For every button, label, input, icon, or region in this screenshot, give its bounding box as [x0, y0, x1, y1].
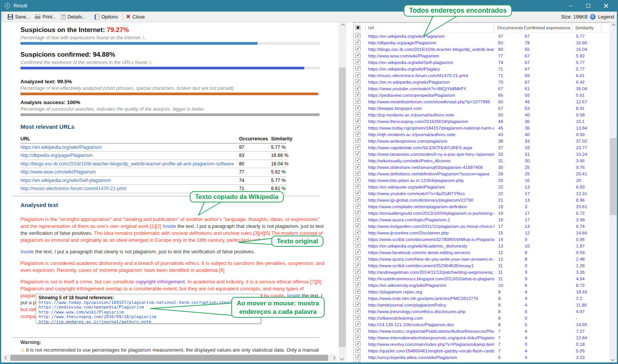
row-checkbox[interactable] — [355, 164, 360, 169]
column-header[interactable]: Similarity — [572, 23, 601, 32]
row-checkbox[interactable] — [355, 184, 360, 189]
row-url-link[interactable]: http://andrewgelman.com/2014/11/12/patch… — [366, 270, 494, 275]
row-checkbox[interactable] — [355, 341, 360, 346]
row-checkbox[interactable] — [355, 256, 360, 261]
row-url-link[interactable]: http://www.internationalscholarsjournals… — [366, 335, 494, 340]
row-url-link[interactable]: http://www.modeltrainforum.com/showthrea… — [366, 99, 494, 104]
row-url-link[interactable]: http://www.capebiolab.com/SILENTFEATURES… — [366, 145, 494, 150]
options-button[interactable]: Options — [93, 13, 121, 21]
row-checkbox[interactable] — [355, 354, 360, 359]
result-url-link[interactable]: https://en.wikipedia.org/wiki/Self-plagi… — [20, 178, 111, 183]
scroll-down-button[interactable] — [610, 356, 617, 362]
row-checkbox[interactable] — [355, 112, 360, 117]
row-checkbox[interactable] — [355, 79, 360, 84]
row-url-link[interactable]: https://quizlet.com/184866461/english-ga… — [366, 348, 494, 353]
legend-button[interactable]: Legend — [598, 14, 614, 20]
row-url-link[interactable]: http://eijh.modares.ac.ir/journal/author… — [366, 132, 494, 137]
row-url-link[interactable]: https://www.quora.com/How-do-you-write-y… — [366, 256, 494, 261]
row-url-link[interactable]: https://pediaview.com/openpedia/Plagiari… — [366, 93, 494, 98]
row-url-link[interactable]: http://www.jneurology.com/ethics-disclos… — [366, 309, 494, 314]
result-url-link[interactable]: http://music-electronics-forum.com/t4147… — [20, 186, 126, 191]
row-checkbox[interactable] — [355, 158, 360, 163]
column-header[interactable]: Confirmed expressions — [521, 23, 572, 32]
row-checkbox[interactable] — [355, 177, 360, 182]
row-checkbox[interactable] — [355, 92, 360, 97]
row-checkbox[interactable] — [355, 295, 360, 300]
row-checkbox[interactable] — [355, 204, 360, 209]
row-checkbox[interactable] — [355, 223, 360, 228]
report-horizontal-scrollbar[interactable] — [3, 354, 337, 361]
row-url-link[interactable]: https://en.wikipedia.org/wiki/Academic_d… — [366, 243, 494, 248]
row-checkbox[interactable] — [355, 118, 360, 123]
row-url-link[interactable]: http://amdrjournal.com/plagiarismPolicy — [366, 302, 494, 307]
row-url-link[interactable]: http://wikivisually.com/wiki/Pietro_Alci… — [366, 158, 494, 163]
result-url-link[interactable]: http://blogs.osc-ib.com/2016/10/ib-teach… — [20, 161, 234, 167]
row-checkbox[interactable] — [355, 66, 360, 71]
row-url-link[interactable]: https://en.wikiversity.org/wiki/Plagiari… — [366, 283, 494, 288]
row-url-link[interactable]: https://en.wikipedia.org/wiki/Plagiarism — [366, 34, 494, 39]
row-checkbox[interactable] — [355, 197, 360, 202]
row-url-link[interactable]: http://www.lostgarden.com/2011/11/plagia… — [366, 224, 494, 229]
row-url-link[interactable]: https://en.wikipedia.org/wiki/Plagiary — [366, 66, 494, 71]
row-url-link[interactable]: http://www.tananews.com/asides/il-ny-a-p… — [366, 152, 494, 157]
row-checkbox[interactable] — [355, 328, 360, 333]
scroll-down-button[interactable] — [338, 355, 346, 362]
row-url-link[interactable]: https://www.insticc.org/portal/Publicati… — [366, 329, 494, 334]
row-url-link[interactable]: http://music-electronics-forum.com/t4147… — [366, 73, 494, 78]
row-url-link[interactable]: https://toniaallengould.com/2013/10/04/p… — [366, 211, 494, 216]
column-header[interactable]: Occurrences — [494, 23, 521, 32]
row-checkbox[interactable] — [355, 151, 360, 156]
row-checkbox[interactable] — [355, 249, 360, 254]
row-url-link[interactable]: http://silkwoodcleaning.com — [366, 315, 494, 320]
row-url-link[interactable]: https://www.youtube.com/watch?v=BIQjYk8M… — [366, 86, 494, 91]
row-checkbox[interactable] — [355, 125, 360, 130]
row-checkbox[interactable] — [355, 72, 360, 78]
column-header[interactable]: URL — [20, 136, 239, 142]
row-checkbox[interactable] — [355, 289, 360, 294]
report-vertical-scrollbar[interactable] — [338, 22, 346, 362]
row-checkbox[interactable] — [355, 282, 360, 287]
row-checkbox[interactable] — [355, 269, 360, 274]
row-url-link[interactable]: http://dbpedia.org/page/Plagiarism — [366, 40, 494, 45]
row-url-link[interactable]: https://en.wikiquote.org/wiki/Plagiarism — [366, 184, 494, 189]
row-checkbox[interactable] — [355, 86, 360, 91]
row-checkbox[interactable] — [355, 217, 360, 222]
row-url-link[interactable]: https://plagiarism.repec.org — [366, 289, 494, 294]
row-checkbox[interactable] — [355, 131, 360, 136]
result-url-link[interactable]: http://dbpedia.org/page/Plagiarism — [20, 153, 93, 158]
scroll-left-button[interactable] — [3, 354, 10, 361]
row-checkbox[interactable] — [355, 236, 360, 241]
row-url-link[interactable]: https://www.scribd.com/document/25296463… — [366, 263, 494, 268]
row-url-link[interactable]: https://www.scribd.com/document/32780855… — [366, 237, 494, 242]
row-url-link[interactable]: http://jcp.modares.ac.ir/journal/authors… — [366, 112, 494, 117]
close-window-button[interactable] — [597, 0, 615, 12]
row-checkbox[interactable] — [355, 230, 360, 235]
result-url-link[interactable]: https://en.wikipedia.org/wiki/Plagiarism — [20, 145, 102, 150]
row-url-link[interactable]: https://www.ncbi.nlm.nih.gov/pmc/article… — [366, 296, 494, 301]
row-checkbox[interactable] — [355, 171, 360, 176]
result-url-link[interactable]: http://www.wow.com/wiki/Plagiarism — [20, 169, 96, 175]
row-checkbox[interactable] — [355, 99, 360, 104]
row-checkbox[interactable] — [355, 138, 360, 143]
row-checkbox[interactable] — [355, 308, 360, 313]
row-url-link[interactable]: http://blogs.osc-ib.com/2016/10/ib-teach… — [366, 47, 494, 52]
row-checkbox[interactable] — [355, 190, 360, 195]
row-url-link[interactable]: https://www.quora.com/topic/Plagiarism-1 — [366, 217, 494, 222]
row-url-link[interactable]: http://www.slideshare.net/iamanuj93/plag… — [366, 165, 494, 170]
column-header[interactable]: Url — [366, 23, 494, 32]
row-url-link[interactable]: https://www.compilatio.net/en/plagiarism… — [366, 204, 494, 209]
results-vertical-scrollbar[interactable] — [610, 22, 617, 362]
scrollbar-thumb[interactable] — [610, 138, 616, 215]
row-checkbox[interactable] — [355, 40, 360, 45]
row-checkbox[interactable] — [355, 46, 360, 51]
row-checkbox[interactable] — [355, 263, 360, 268]
row-url-link[interactable]: https://www.facebook.com/mr.detail.editi… — [366, 250, 494, 255]
row-url-link[interactable]: http://www.writeopinions.com/plagiarism — [366, 138, 494, 143]
scroll-up-button[interactable] — [338, 22, 346, 29]
row-checkbox[interactable] — [355, 105, 360, 110]
minimize-button[interactable] — [562, 0, 579, 12]
row-checkbox[interactable] — [355, 210, 360, 215]
row-checkbox[interactable] — [355, 33, 360, 38]
row-url-link[interactable]: http://uncyclopedia.wikia.com/wiki/Plagi… — [366, 355, 494, 360]
row-checkbox[interactable] — [355, 243, 360, 248]
